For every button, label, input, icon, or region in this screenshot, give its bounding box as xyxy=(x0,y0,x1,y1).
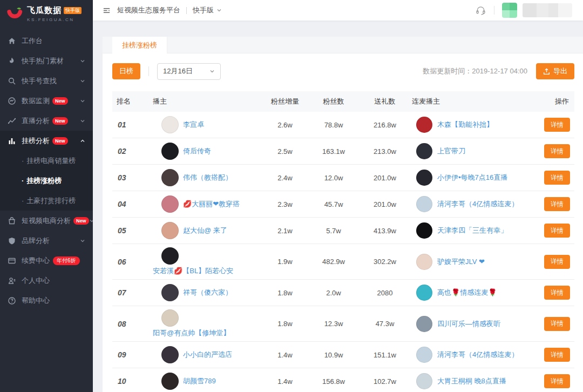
guest-avatar[interactable] xyxy=(416,347,432,363)
chevron-down-icon xyxy=(209,69,215,74)
broadcaster-avatar[interactable] xyxy=(161,346,179,363)
detail-button[interactable]: 详情 xyxy=(544,286,570,300)
export-button[interactable]: 导出 xyxy=(536,63,574,79)
date-select[interactable]: 12月16日 xyxy=(157,63,221,80)
tab-fan-growth-ranking[interactable]: 挂榜涨粉榜 xyxy=(112,37,167,53)
guest-avatar[interactable] xyxy=(416,254,432,270)
guest-avatar[interactable] xyxy=(416,117,432,133)
detail-button[interactable]: 详情 xyxy=(544,317,570,331)
guest-name-link[interactable]: 高也🌹情感连麦🌹 xyxy=(437,288,497,298)
broadcaster-name-link[interactable]: 胡颜雪789 xyxy=(183,376,216,386)
detail-button[interactable]: 详情 xyxy=(544,118,570,132)
edition-dropdown[interactable]: 快手版 xyxy=(193,5,222,15)
guest-name-link[interactable]: 四川可乐—情感夜听 xyxy=(437,319,500,329)
broadcaster-avatar[interactable] xyxy=(161,169,179,186)
fans-gain-value: 1.4w xyxy=(261,351,309,359)
broadcaster-avatar[interactable] xyxy=(161,195,179,213)
gifts-value: 151.1w xyxy=(358,351,412,359)
detail-button[interactable]: 详情 xyxy=(544,144,570,158)
sidebar-nav: 工作台 快手热门素材 快手号查找 数据监测 New 直播分析 New 挂榜分析 … xyxy=(0,31,93,310)
guest-name-link[interactable]: 清河李哥（4亿情感连麦） xyxy=(437,350,518,360)
action-cell: 详情 xyxy=(536,144,574,158)
detail-button[interactable]: 详情 xyxy=(544,171,570,185)
sidebar-sub-item-挂榜电商销量榜[interactable]: 挂榜电商销量榜 xyxy=(0,151,93,171)
action-cell: 详情 xyxy=(536,317,574,331)
detail-button[interactable]: 详情 xyxy=(544,197,570,211)
guest-name-link[interactable]: 小伊伊•每晚7点16直播 xyxy=(437,173,507,183)
sidebar-item-1[interactable]: 快手热门素材 xyxy=(0,51,93,71)
broadcaster-name-link[interactable]: 💋大丽丽❤教穿搭 xyxy=(183,199,240,209)
broadcaster-avatar[interactable] xyxy=(161,143,179,160)
gifts-value: 216.8w xyxy=(358,121,412,129)
card-icon xyxy=(8,256,16,265)
user-name-redacted[interactable] xyxy=(523,3,572,17)
main-area: 挂榜涨粉榜 日榜 12月16日 数据 xyxy=(93,21,583,392)
guest-avatar[interactable] xyxy=(416,196,432,212)
guest-cell: 驴嫂平荣JLV ❤ xyxy=(412,254,536,270)
broadcaster-avatar[interactable] xyxy=(161,309,179,327)
broadcaster-name-link[interactable]: 阳哥@有点帅【修坤堂】 xyxy=(153,328,230,338)
guest-avatar[interactable] xyxy=(416,316,432,332)
sidebar-sub-item-挂榜涨粉榜[interactable]: 挂榜涨粉榜 xyxy=(0,171,93,191)
guest-name-link[interactable]: 驴嫂平荣JLV ❤ xyxy=(437,257,485,267)
broadcaster-avatar[interactable] xyxy=(161,247,179,265)
sidebar-item-3[interactable]: 数据监测 New xyxy=(0,91,93,111)
sidebar-item-label: 挂榜分析 xyxy=(22,136,50,146)
update-time-label: 数据更新时间： xyxy=(423,67,472,75)
sidebar-item-8[interactable]: 续费中心 年付6折 xyxy=(0,251,93,271)
detail-button[interactable]: 详情 xyxy=(544,255,570,269)
sidebar-item-9[interactable]: 个人中心 xyxy=(0,271,93,290)
guest-avatar[interactable] xyxy=(416,373,432,389)
topbar-right xyxy=(475,3,572,18)
promo-badge: 年付6折 xyxy=(53,256,80,265)
detail-button[interactable]: 详情 xyxy=(544,374,570,388)
broadcaster-avatar[interactable] xyxy=(161,222,179,239)
daily-rank-button[interactable]: 日榜 xyxy=(112,63,140,79)
sidebar-item-6[interactable]: 短视频电商分析 New xyxy=(0,211,93,231)
user-avatar[interactable] xyxy=(502,3,517,18)
chevron-down-icon xyxy=(80,98,85,104)
sidebar-item-4[interactable]: 直播分析 New xyxy=(0,111,93,131)
fans-total-value: 5.7w xyxy=(309,227,358,235)
guest-name-link[interactable]: 大胃王桐桐 晚8点直播 xyxy=(437,376,506,386)
brand-logo[interactable]: 飞瓜数据 快手版 KS.FEIGUA.CN xyxy=(0,0,93,26)
broadcaster-name-link[interactable]: 李宣卓 xyxy=(183,120,204,130)
guest-avatar[interactable] xyxy=(416,222,432,239)
fans-total-value: 156.8w xyxy=(309,377,358,386)
detail-button[interactable]: 详情 xyxy=(544,348,570,362)
sidebar-item-5[interactable]: 挂榜分析 New xyxy=(0,131,93,151)
broadcaster-name-link[interactable]: 倚后传奇 xyxy=(183,146,211,156)
chevron-down-icon xyxy=(80,78,85,84)
guest-name-link[interactable]: 天津李四「三生有幸」 xyxy=(437,226,507,235)
table-row: 01 李宣卓 2.6w 78.8w 216.8w 木森【勤能补拙】 详情 xyxy=(112,112,574,138)
sidebar-expanded-group: 挂榜分析 New 挂榜电商销量榜 挂榜涨粉榜 土豪打赏排行榜 xyxy=(0,131,93,211)
detail-button[interactable]: 详情 xyxy=(544,224,570,238)
guest-name-link[interactable]: 木森【勤能补拙】 xyxy=(437,120,493,130)
guest-name-link[interactable]: 上官带刀 xyxy=(437,146,465,156)
rank-number: 09 xyxy=(112,350,153,359)
guest-name-link[interactable]: 清河李哥（4亿情感连麦） xyxy=(437,199,518,209)
broadcaster-name-link[interactable]: 伟伟（教搭配） xyxy=(183,173,232,183)
broadcaster-name-link[interactable]: 安若溪💋【BL】陌若心安 xyxy=(153,266,233,276)
broadcaster-name-link[interactable]: 赵大仙@ 来了 xyxy=(183,226,227,235)
sidebar-item-label: 品牌分析 xyxy=(22,236,50,246)
sidebar-item-7[interactable]: 品牌分析 xyxy=(0,231,93,251)
sidebar-item-0[interactable]: 工作台 xyxy=(0,31,93,51)
menu-fold-icon[interactable] xyxy=(103,6,111,15)
headset-icon[interactable] xyxy=(475,5,486,16)
broadcaster-avatar[interactable] xyxy=(161,284,179,301)
sidebar-item-2[interactable]: 快手号查找 xyxy=(0,71,93,91)
broadcaster-name-link[interactable]: 祥哥（傻六家） xyxy=(183,288,232,298)
fans-gain-value: 2.1w xyxy=(261,227,309,235)
guest-avatar[interactable] xyxy=(416,170,432,186)
sidebar-sub-item-土豪打赏排行榜[interactable]: 土豪打赏排行榜 xyxy=(0,191,93,211)
broadcaster-name-link[interactable]: 小小白的严选店 xyxy=(183,350,232,360)
guest-avatar[interactable] xyxy=(416,143,432,159)
export-icon xyxy=(543,68,550,75)
broadcaster-cell: 李宣卓 xyxy=(153,116,261,133)
sidebar-item-10[interactable]: 帮助中心 xyxy=(0,290,93,310)
broadcaster-avatar[interactable] xyxy=(161,373,179,390)
broadcaster-avatar[interactable] xyxy=(161,116,179,133)
topbar-divider-2 xyxy=(494,6,494,15)
guest-avatar[interactable] xyxy=(416,285,432,301)
